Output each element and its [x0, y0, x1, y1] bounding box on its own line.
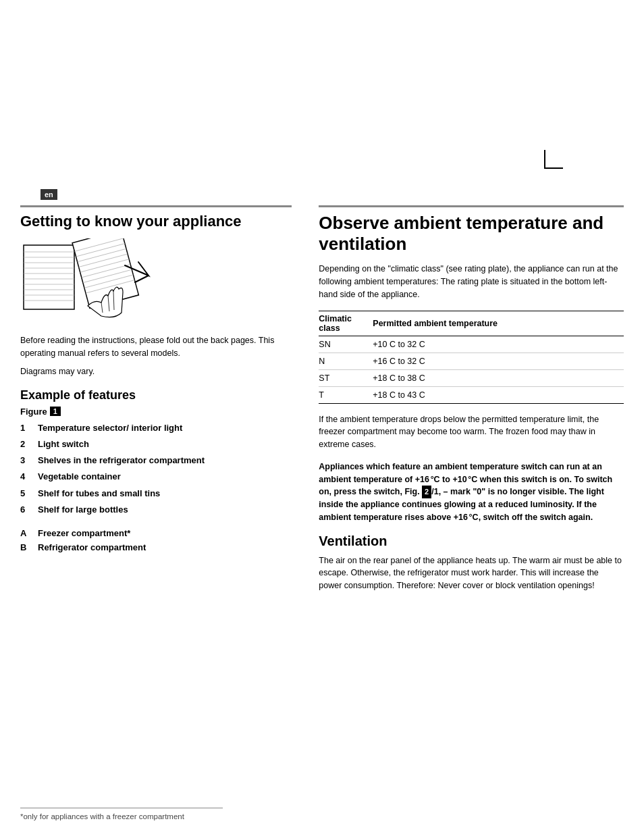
left-section-title: Getting to know your appliance: [20, 213, 292, 230]
feature-num-1: 1: [20, 422, 31, 434]
alpha-letter-a: A: [20, 528, 31, 538]
main-content: Getting to know your appliance: [0, 205, 644, 592]
feature-text-6: Shelf for large bottles: [38, 504, 128, 516]
fig2-box: 2: [422, 486, 431, 498]
right-section-title: Observe ambient temperature and ventilat…: [319, 213, 624, 255]
right-column: Observe ambient temperature and ventilat…: [319, 205, 624, 592]
class-n: N: [319, 353, 373, 369]
bold-warning-text: Appliances which feature an ambient temp…: [319, 461, 624, 524]
top-decorative-area: [0, 14, 644, 189]
right-divider: [319, 205, 624, 207]
feature-text-2: Light switch: [38, 438, 89, 450]
footer-divider: [20, 808, 223, 808]
feature-text-1: Temperature selector/ interior light: [38, 422, 182, 434]
manual-illustration: [20, 238, 155, 326]
feature-item-4: 4 Vegetable container: [20, 471, 292, 483]
feature-item-1: 1 Temperature selector/ interior light: [20, 422, 292, 434]
alpha-text-b: Refrigerator compartment: [38, 542, 146, 552]
feature-item-5: 5 Shelf for tubes and small tins: [20, 488, 292, 500]
climate-table: Climatic class Permitted ambient tempera…: [319, 311, 624, 404]
feature-text-5: Shelf for tubes and small tins: [38, 488, 160, 500]
feature-num-3: 3: [20, 454, 31, 467]
lang-badge: en: [41, 189, 57, 200]
figure-word: Figure: [20, 407, 47, 417]
alpha-item-a: A Freezer compartment*: [20, 528, 292, 538]
example-features-title: Example of features: [20, 388, 292, 402]
bracket-mark: [544, 150, 563, 169]
intro-text: Before reading the instructions, please …: [20, 334, 292, 360]
feature-num-6: 6: [20, 504, 31, 516]
alpha-features-list: A Freezer compartment* B Refrigerator co…: [20, 528, 292, 552]
feature-num-4: 4: [20, 471, 31, 483]
table-header-class: Climatic class: [319, 311, 373, 336]
temp-st: +18 C to 38 C: [373, 369, 624, 386]
alpha-item-b: B Refrigerator compartment: [20, 542, 292, 552]
feature-item-6: 6 Shelf for large bottles: [20, 504, 292, 516]
alpha-text-a: Freezer compartment*: [38, 528, 130, 538]
alpha-letter-b: B: [20, 542, 31, 552]
left-divider: [20, 205, 292, 207]
feature-num-5: 5: [20, 488, 31, 500]
figure-label: Figure 1: [20, 407, 292, 417]
class-sn: SN: [319, 336, 373, 353]
footer: *only for appliances with a freezer comp…: [20, 808, 223, 820]
ventilation-text: The air on the rear panel of the applian…: [319, 554, 624, 592]
class-t: T: [319, 386, 373, 403]
temp-sn: +10 C to 32 C: [373, 336, 624, 353]
class-st: ST: [319, 369, 373, 386]
feature-item-2: 2 Light switch: [20, 438, 292, 450]
ventilation-title: Ventilation: [319, 533, 624, 549]
lang-section: en: [0, 189, 644, 205]
features-list: 1 Temperature selector/ interior light 2…: [20, 422, 292, 516]
left-column: Getting to know your appliance: [20, 205, 292, 592]
feature-num-2: 2: [20, 438, 31, 450]
table-header-temp: Permitted ambient temperature: [373, 311, 624, 336]
warning-text: If the ambient temperature drops below t…: [319, 413, 624, 451]
figure-number: 1: [50, 407, 61, 416]
feature-item-3: 3 Shelves in the refrigerator compartmen…: [20, 454, 292, 467]
table-row: T +18 C to 43 C: [319, 386, 624, 403]
diagrams-text: Diagrams may vary.: [20, 367, 292, 376]
table-row: N +16 C to 32 C: [319, 353, 624, 369]
table-row: ST +18 C to 38 C: [319, 369, 624, 386]
ambient-intro: Depending on the "climatic class" (see r…: [319, 263, 624, 301]
svg-rect-0: [24, 245, 74, 309]
feature-text-4: Vegetable container: [38, 471, 121, 483]
temp-n: +16 C to 32 C: [373, 353, 624, 369]
table-row: SN +10 C to 32 C: [319, 336, 624, 353]
footer-text: *only for appliances with a freezer comp…: [20, 812, 184, 820]
temp-t: +18 C to 43 C: [373, 386, 624, 403]
feature-text-3: Shelves in the refrigerator compartment: [38, 454, 205, 467]
